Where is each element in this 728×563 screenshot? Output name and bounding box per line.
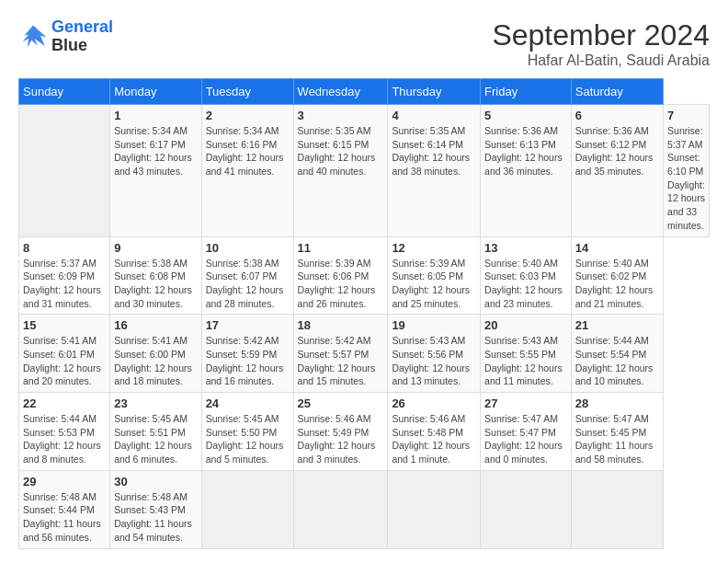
day-number: 16 [114, 318, 197, 332]
calendar-cell: 4Sunrise: 5:35 AMSunset: 6:14 PMDaylight… [388, 105, 481, 237]
calendar-cell: 5Sunrise: 5:36 AMSunset: 6:13 PMDaylight… [481, 105, 572, 237]
day-header-wednesday: Wednesday [293, 79, 388, 105]
logo-text: General Blue [51, 18, 113, 55]
calendar-cell: 6Sunrise: 5:36 AMSunset: 6:12 PMDaylight… [571, 105, 663, 237]
day-number: 17 [206, 318, 290, 332]
day-info: Sunrise: 5:47 AMSunset: 5:45 PMDaylight:… [575, 412, 659, 466]
calendar-cell: 14Sunrise: 5:40 AMSunset: 6:02 PMDayligh… [571, 236, 663, 315]
day-number: 26 [392, 396, 476, 410]
calendar-cell: 16Sunrise: 5:41 AMSunset: 6:00 PMDayligh… [110, 315, 201, 393]
day-info: Sunrise: 5:41 AMSunset: 6:00 PMDaylight:… [114, 334, 197, 388]
calendar-cell: 8Sunrise: 5:37 AMSunset: 6:09 PMDaylight… [19, 236, 110, 315]
calendar-cell [201, 470, 293, 548]
calendar-cell [388, 470, 481, 548]
calendar-cell: 15Sunrise: 5:41 AMSunset: 6:01 PMDayligh… [19, 315, 110, 393]
calendar-cell: 29Sunrise: 5:48 AMSunset: 5:44 PMDayligh… [19, 470, 110, 548]
day-number: 10 [206, 241, 290, 255]
day-info: Sunrise: 5:44 AMSunset: 5:54 PMDaylight:… [575, 334, 659, 388]
day-number: 29 [23, 475, 106, 488]
day-number: 22 [23, 396, 106, 410]
calendar-cell: 21Sunrise: 5:44 AMSunset: 5:54 PMDayligh… [571, 315, 663, 393]
location-title: Hafar Al-Batin, Saudi Arabia [492, 52, 710, 69]
calendar-cell: 9Sunrise: 5:38 AMSunset: 6:08 PMDaylight… [110, 236, 201, 315]
calendar-cell: 1Sunrise: 5:34 AMSunset: 6:17 PMDaylight… [110, 105, 201, 237]
calendar-cell: 22Sunrise: 5:44 AMSunset: 5:53 PMDayligh… [19, 393, 110, 471]
calendar-table: SundayMondayTuesdayWednesdayThursdayFrid… [18, 78, 710, 549]
logo-icon [18, 24, 48, 50]
day-number: 21 [575, 318, 659, 332]
day-number: 25 [298, 396, 384, 410]
day-info: Sunrise: 5:41 AMSunset: 6:01 PMDaylight:… [23, 334, 106, 388]
day-info: Sunrise: 5:48 AMSunset: 5:43 PMDaylight:… [114, 490, 197, 545]
day-number: 9 [114, 241, 197, 255]
day-info: Sunrise: 5:46 AMSunset: 5:48 PMDaylight:… [392, 412, 476, 466]
day-header-sunday: Sunday [19, 79, 110, 105]
calendar-cell: 10Sunrise: 5:38 AMSunset: 6:07 PMDayligh… [201, 236, 293, 315]
calendar-cell: 7Sunrise: 5:37 AMSunset: 6:10 PMDaylight… [664, 105, 710, 237]
day-info: Sunrise: 5:38 AMSunset: 6:08 PMDaylight:… [114, 257, 197, 311]
day-header-saturday: Saturday [571, 79, 663, 105]
day-number: 20 [484, 318, 567, 332]
day-info: Sunrise: 5:44 AMSunset: 5:53 PMDaylight:… [23, 412, 106, 466]
day-info: Sunrise: 5:34 AMSunset: 6:17 PMDaylight:… [114, 124, 197, 178]
calendar-cell [293, 470, 388, 548]
day-info: Sunrise: 5:48 AMSunset: 5:44 PMDaylight:… [23, 490, 106, 545]
day-number: 12 [392, 241, 476, 255]
day-info: Sunrise: 5:43 AMSunset: 5:55 PMDaylight:… [484, 334, 567, 388]
day-number: 5 [484, 109, 567, 122]
day-number: 19 [392, 318, 476, 332]
logo: General Blue [18, 18, 113, 55]
day-info: Sunrise: 5:39 AMSunset: 6:05 PMDaylight:… [392, 257, 476, 311]
day-info: Sunrise: 5:37 AMSunset: 6:09 PMDaylight:… [23, 257, 106, 311]
day-number: 30 [114, 475, 197, 488]
day-info: Sunrise: 5:35 AMSunset: 6:14 PMDaylight:… [392, 124, 476, 178]
day-header-thursday: Thursday [388, 79, 481, 105]
day-info: Sunrise: 5:42 AMSunset: 5:57 PMDaylight:… [298, 334, 384, 388]
calendar-cell: 12Sunrise: 5:39 AMSunset: 6:05 PMDayligh… [388, 236, 481, 315]
day-number: 15 [23, 318, 106, 332]
calendar-week-row: 29Sunrise: 5:48 AMSunset: 5:44 PMDayligh… [19, 470, 710, 548]
calendar-cell: 19Sunrise: 5:43 AMSunset: 5:56 PMDayligh… [388, 315, 481, 393]
calendar-cell: 17Sunrise: 5:42 AMSunset: 5:59 PMDayligh… [201, 315, 293, 393]
calendar-cell [571, 470, 663, 548]
day-number: 6 [575, 109, 659, 122]
day-header-tuesday: Tuesday [201, 79, 293, 105]
calendar-cell: 25Sunrise: 5:46 AMSunset: 5:49 PMDayligh… [293, 393, 388, 471]
day-number: 1 [114, 109, 197, 122]
day-number: 3 [298, 109, 384, 122]
day-header-friday: Friday [481, 79, 572, 105]
calendar-week-row: 8Sunrise: 5:37 AMSunset: 6:09 PMDaylight… [19, 236, 710, 315]
calendar-cell: 18Sunrise: 5:42 AMSunset: 5:57 PMDayligh… [293, 315, 388, 393]
calendar-body: 1Sunrise: 5:34 AMSunset: 6:17 PMDaylight… [19, 105, 710, 549]
day-info: Sunrise: 5:47 AMSunset: 5:47 PMDaylight:… [484, 412, 567, 466]
day-info: Sunrise: 5:40 AMSunset: 6:02 PMDaylight:… [575, 257, 659, 311]
svg-marker-0 [23, 25, 47, 47]
day-info: Sunrise: 5:42 AMSunset: 5:59 PMDaylight:… [206, 334, 290, 388]
day-info: Sunrise: 5:43 AMSunset: 5:56 PMDaylight:… [392, 334, 476, 388]
day-info: Sunrise: 5:39 AMSunset: 6:06 PMDaylight:… [298, 257, 384, 311]
calendar-week-row: 1Sunrise: 5:34 AMSunset: 6:17 PMDaylight… [19, 105, 710, 237]
day-number: 24 [206, 396, 290, 410]
calendar-cell: 3Sunrise: 5:35 AMSunset: 6:15 PMDaylight… [293, 105, 388, 237]
month-title: September 2024 [492, 18, 710, 52]
day-number: 13 [484, 241, 567, 255]
day-number: 27 [484, 396, 567, 410]
day-info: Sunrise: 5:37 AMSunset: 6:10 PMDaylight:… [667, 124, 705, 233]
calendar-header-row: SundayMondayTuesdayWednesdayThursdayFrid… [19, 79, 710, 105]
day-info: Sunrise: 5:46 AMSunset: 5:49 PMDaylight:… [298, 412, 384, 466]
calendar-week-row: 15Sunrise: 5:41 AMSunset: 6:01 PMDayligh… [19, 315, 710, 393]
calendar-cell: 24Sunrise: 5:45 AMSunset: 5:50 PMDayligh… [201, 393, 293, 471]
day-number: 4 [392, 109, 476, 122]
day-number: 2 [206, 109, 290, 122]
calendar-week-row: 22Sunrise: 5:44 AMSunset: 5:53 PMDayligh… [19, 393, 710, 471]
calendar-cell: 27Sunrise: 5:47 AMSunset: 5:47 PMDayligh… [481, 393, 572, 471]
day-number: 23 [114, 396, 197, 410]
day-number: 7 [667, 109, 705, 122]
calendar-cell: 2Sunrise: 5:34 AMSunset: 6:16 PMDaylight… [201, 105, 293, 237]
calendar-cell [19, 105, 110, 237]
day-number: 8 [23, 241, 106, 255]
calendar-cell: 30Sunrise: 5:48 AMSunset: 5:43 PMDayligh… [110, 470, 201, 548]
day-info: Sunrise: 5:45 AMSunset: 5:50 PMDaylight:… [206, 412, 290, 466]
day-info: Sunrise: 5:45 AMSunset: 5:51 PMDaylight:… [114, 412, 197, 466]
day-info: Sunrise: 5:35 AMSunset: 6:15 PMDaylight:… [298, 124, 384, 178]
